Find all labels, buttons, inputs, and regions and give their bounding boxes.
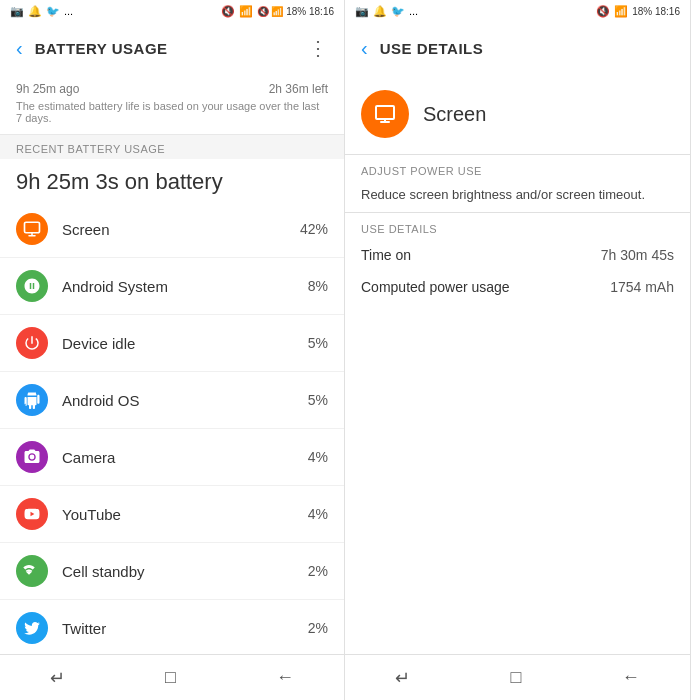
home-button[interactable]: □ <box>145 659 196 696</box>
app-percent: 8% <box>308 278 328 294</box>
mute-icon: 🔇 <box>221 5 235 18</box>
app-name: Android OS <box>62 392 308 409</box>
back-nav-button[interactable]: ← <box>256 659 314 696</box>
app-percent: 2% <box>308 563 328 579</box>
camera-status-icon-r: 📷 <box>355 5 369 18</box>
app-icon-cell-standby <box>16 555 48 587</box>
whatsapp-status-icon: 🔔 <box>28 5 42 18</box>
app-icon-youtube <box>16 498 48 530</box>
status-bar-right: 📷 🔔 🐦 ... 🔇 📶 18% 18:16 <box>345 0 690 22</box>
app-list-item[interactable]: Twitter2% <box>0 600 344 654</box>
time-on-label: Time on <box>361 247 411 263</box>
app-list-item[interactable]: Device idle5% <box>0 315 344 372</box>
app-icon-camera <box>16 441 48 473</box>
screen-app-name: Screen <box>423 103 486 126</box>
twitter-status-icon: 🐦 <box>46 5 60 18</box>
battery-info: 9h 25m ago 2h 36m left The estimated bat… <box>0 74 344 135</box>
time-on-value: 7h 30m 45s <box>601 247 674 263</box>
menu-button[interactable]: ⋮ <box>308 36 328 60</box>
app-name: Cell standby <box>62 563 308 580</box>
app-percent: 4% <box>308 506 328 522</box>
use-details-section-label: USE DETAILS <box>345 213 690 239</box>
app-percent: 5% <box>308 392 328 408</box>
status-bar-left: 📷 🔔 🐦 ... 🔇 📶 🔇 📶 18% 18:16 <box>0 0 344 22</box>
status-icons-right: 🔇 📶 🔇 📶 18% 18:16 <box>221 5 334 18</box>
app-percent: 5% <box>308 335 328 351</box>
left-panel-header: ‹ BATTERY USAGE ⋮ <box>0 22 344 74</box>
camera-status-icon: 📷 <box>10 5 24 18</box>
screen-app-icon <box>361 90 409 138</box>
app-icon-twitter <box>16 612 48 644</box>
whatsapp-status-icon-r: 🔔 <box>373 5 387 18</box>
svg-rect-0 <box>25 222 40 233</box>
app-icon-device-idle <box>16 327 48 359</box>
recent-apps-button[interactable]: ↵ <box>30 659 85 697</box>
dots-status: ... <box>64 5 73 17</box>
battery-percent: 🔇 📶 18% 18:16 <box>257 6 334 17</box>
computed-power-row: Computed power usage 1754 mAh <box>345 271 690 303</box>
adjust-power-text: Reduce screen brightness and/or screen t… <box>345 181 690 212</box>
nav-bar-right: ↵ □ ← <box>345 654 690 700</box>
back-button[interactable]: ‹ <box>16 37 23 60</box>
app-percent: 2% <box>308 620 328 636</box>
time-ago: 9h 25m ago <box>16 82 79 96</box>
back-nav-button-r[interactable]: ← <box>602 659 660 696</box>
adjust-power-label: ADJUST POWER USE <box>345 155 690 181</box>
app-percent: 4% <box>308 449 328 465</box>
app-name: Camera <box>62 449 308 466</box>
app-list: Screen42%Android System8%Device idle5%An… <box>0 201 344 654</box>
use-details-app-header: Screen <box>345 74 690 154</box>
signal-icon-r: 📶 <box>614 5 628 18</box>
twitter-status-icon-r: 🐦 <box>391 5 405 18</box>
svg-rect-1 <box>376 106 394 119</box>
battery-duration: 9h 25m 3s on battery <box>0 159 344 201</box>
app-name: Twitter <box>62 620 308 637</box>
status-icons-left: 📷 🔔 🐦 ... <box>10 5 73 18</box>
app-list-item[interactable]: Android System8% <box>0 258 344 315</box>
right-panel: 📷 🔔 🐦 ... 🔇 📶 18% 18:16 ‹ USE DETAILS Sc… <box>345 0 691 700</box>
signal-icon: 📶 <box>239 5 253 18</box>
battery-estimate: The estimated battery life is based on y… <box>16 100 328 124</box>
app-name: Android System <box>62 278 308 295</box>
app-list-item[interactable]: Screen42% <box>0 201 344 258</box>
app-name: Screen <box>62 221 300 238</box>
recent-usage-label: RECENT BATTERY USAGE <box>0 135 344 159</box>
screen-svg-icon <box>373 102 397 126</box>
app-name: Device idle <box>62 335 308 352</box>
battery-info-r: 18% 18:16 <box>632 6 680 17</box>
nav-bar-left: ↵ □ ← <box>0 654 344 700</box>
app-list-item[interactable]: Camera4% <box>0 429 344 486</box>
recent-apps-button-r[interactable]: ↵ <box>375 659 430 697</box>
app-icon-screen <box>16 213 48 245</box>
app-list-item[interactable]: Cell standby2% <box>0 543 344 600</box>
use-details-title: USE DETAILS <box>380 40 674 57</box>
right-panel-header: ‹ USE DETAILS <box>345 22 690 74</box>
time-on-row: Time on 7h 30m 45s <box>345 239 690 271</box>
left-panel: 📷 🔔 🐦 ... 🔇 📶 🔇 📶 18% 18:16 ‹ BATTERY US… <box>0 0 345 700</box>
time-left: 2h 36m left <box>269 82 328 96</box>
app-list-item[interactable]: Android OS5% <box>0 372 344 429</box>
app-name: YouTube <box>62 506 308 523</box>
back-button-right[interactable]: ‹ <box>361 37 368 60</box>
mute-icon-r: 🔇 <box>596 5 610 18</box>
computed-power-value: 1754 mAh <box>610 279 674 295</box>
dots-status-r: ... <box>409 5 418 17</box>
status-icons-left-r: 📷 🔔 🐦 ... <box>355 5 418 18</box>
app-icon-android-system <box>16 270 48 302</box>
app-percent: 42% <box>300 221 328 237</box>
app-icon-android-os <box>16 384 48 416</box>
page-title: BATTERY USAGE <box>35 40 308 57</box>
computed-power-label: Computed power usage <box>361 279 510 295</box>
battery-times: 9h 25m ago 2h 36m left <box>16 82 328 96</box>
status-icons-right-r: 🔇 📶 18% 18:16 <box>596 5 680 18</box>
app-list-item[interactable]: YouTube4% <box>0 486 344 543</box>
home-button-r[interactable]: □ <box>491 659 542 696</box>
